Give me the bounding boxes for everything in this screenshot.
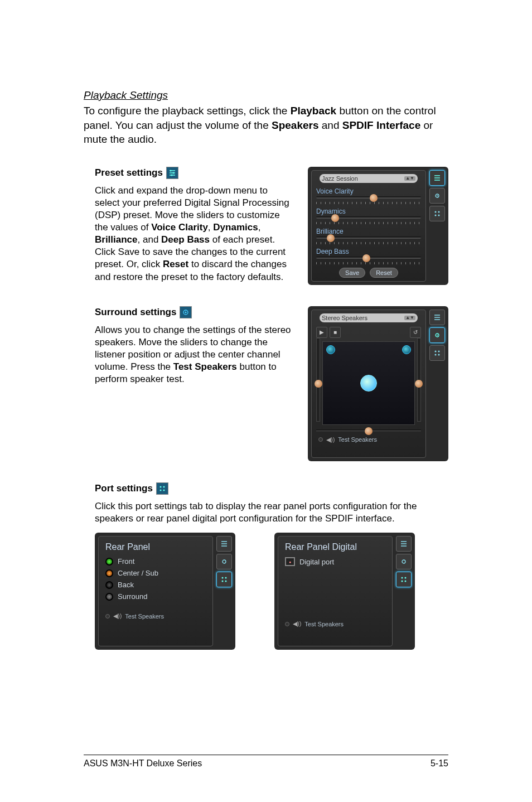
test-speakers-button[interactable]: Test Speakers [338, 436, 377, 443]
slider-ticks [316, 202, 421, 204]
svg-point-7 [435, 214, 437, 216]
svg-point-20 [163, 489, 165, 491]
tab-preset-icon[interactable] [429, 170, 445, 186]
v-slider-left[interactable] [316, 338, 320, 422]
tab-port-icon[interactable] [216, 572, 232, 587]
label-reset: Reset [163, 259, 188, 269]
tab-preset-icon[interactable] [396, 536, 412, 552]
tab-port-icon[interactable] [396, 572, 412, 587]
jack-gray-icon [105, 593, 113, 601]
slider-deep-bass[interactable] [316, 257, 421, 259]
heading-text: Surround settings [95, 307, 176, 318]
stepper-icon[interactable]: ▲▼ [404, 176, 415, 181]
svg-point-10 [185, 311, 187, 313]
slider-thumb[interactable] [315, 380, 322, 388]
text: , and [138, 234, 162, 245]
port-label: Digital port [299, 558, 334, 566]
label-brilliance: Brilliance [95, 234, 138, 245]
svg-point-6 [438, 211, 440, 212]
port-row-surround[interactable]: Surround [103, 591, 208, 602]
v-slider-right[interactable] [417, 338, 421, 422]
svg-point-21 [223, 560, 226, 563]
slider-brilliance[interactable] [316, 236, 421, 239]
svg-point-18 [163, 486, 165, 487]
preset-settings-heading: Preset settings [95, 167, 291, 179]
speaker-front-left-icon[interactable] [326, 345, 335, 354]
speaker-front-right-icon[interactable] [402, 345, 411, 354]
save-button[interactable]: Save [339, 268, 365, 278]
svg-point-25 [225, 581, 227, 582]
label-deep-bass: Deep Bass [161, 234, 210, 245]
jack-green-icon [105, 558, 113, 566]
slider-thumb[interactable] [415, 380, 423, 388]
port-label: Back [118, 581, 134, 589]
slider-thumb[interactable] [362, 254, 370, 262]
svg-point-5 [435, 211, 437, 212]
svg-point-29 [402, 581, 403, 582]
speaker-icon: ◀)) [113, 612, 122, 620]
surround-settings-panel: Stereo Speakers ▲▼ ▶ ■ ↺ [308, 306, 448, 461]
svg-point-27 [402, 577, 403, 579]
tab-preset-icon[interactable] [216, 536, 232, 552]
test-speakers-button[interactable]: Test Speakers [304, 621, 344, 627]
jack-orange-icon [105, 569, 113, 577]
slider-thumb[interactable] [327, 234, 335, 242]
footer-product-name: ASUS M3N-HT Deluxe Series [84, 758, 202, 769]
test-speakers-button[interactable]: Test Speakers [125, 613, 164, 620]
svg-point-24 [222, 581, 224, 582]
slider-thumb[interactable] [370, 194, 378, 202]
indicator-led-icon [105, 614, 110, 619]
slider-label-deep-bass: Deep Bass [316, 248, 421, 255]
tab-preset-icon[interactable] [429, 310, 445, 325]
svg-point-23 [225, 577, 227, 579]
svg-point-2 [171, 174, 172, 176]
port-row-digital[interactable]: ●Digital port [283, 555, 388, 568]
svg-point-12 [437, 335, 438, 336]
text: , [208, 222, 213, 233]
reset-button[interactable]: Reset [370, 268, 398, 278]
heading-text: Preset settings [95, 167, 163, 178]
tab-surround-icon[interactable] [429, 327, 445, 343]
slider-thumb[interactable] [365, 427, 373, 435]
svg-point-17 [159, 486, 161, 487]
surround-settings-heading: Surround settings [95, 306, 291, 318]
label-voice-clarity: Voice Clarity [151, 222, 208, 233]
slider-thumb[interactable] [331, 214, 339, 222]
preset-settings-desc: Click and expand the drop-down menu to s… [95, 185, 291, 283]
tab-port-icon[interactable] [429, 345, 445, 361]
tab-surround-icon[interactable] [396, 554, 412, 569]
svg-point-19 [159, 489, 161, 491]
h-slider-bottom[interactable] [316, 429, 421, 432]
rear-panel-ports-panel: Rear Panel Front Center / Sub Back Surro… [95, 533, 235, 650]
slider-ticks [316, 242, 421, 244]
preset-dropdown[interactable]: Jazz Session ▲▼ [320, 174, 418, 183]
stop-button[interactable]: ■ [330, 327, 341, 338]
port-row-center-sub[interactable]: Center / Sub [103, 567, 208, 579]
port-row-back[interactable]: Back [103, 579, 208, 591]
jack-black-icon [105, 581, 113, 589]
svg-point-4 [437, 195, 438, 196]
tab-port-icon[interactable] [429, 206, 445, 221]
svg-point-13 [435, 350, 437, 352]
label-dynamics: Dynamics [213, 222, 258, 233]
tab-surround-icon[interactable] [429, 188, 445, 204]
dropdown-value: Jazz Session [322, 175, 358, 182]
speaker-icon: ◀)) [326, 436, 335, 443]
slider-voice-clarity[interactable] [316, 196, 421, 199]
port-settings-icon [156, 482, 168, 495]
stepper-icon[interactable]: ▲▼ [404, 316, 415, 320]
loop-button[interactable]: ↺ [410, 327, 421, 338]
slider-ticks [316, 222, 421, 224]
speaker-config-dropdown[interactable]: Stereo Speakers ▲▼ [320, 313, 418, 322]
slider-dynamics[interactable] [316, 216, 421, 219]
tab-surround-icon[interactable] [216, 554, 232, 569]
svg-point-30 [405, 581, 407, 582]
play-button[interactable]: ▶ [316, 327, 327, 338]
label-speakers: Speakers [272, 119, 319, 131]
slider-label-dynamics: Dynamics [316, 207, 421, 215]
listener-icon[interactable] [360, 375, 377, 392]
listener-position-grid[interactable] [322, 341, 414, 425]
port-row-front[interactable]: Front [103, 555, 208, 567]
preset-settings-icon [166, 167, 178, 179]
port-settings-heading: Port settings [84, 482, 448, 495]
